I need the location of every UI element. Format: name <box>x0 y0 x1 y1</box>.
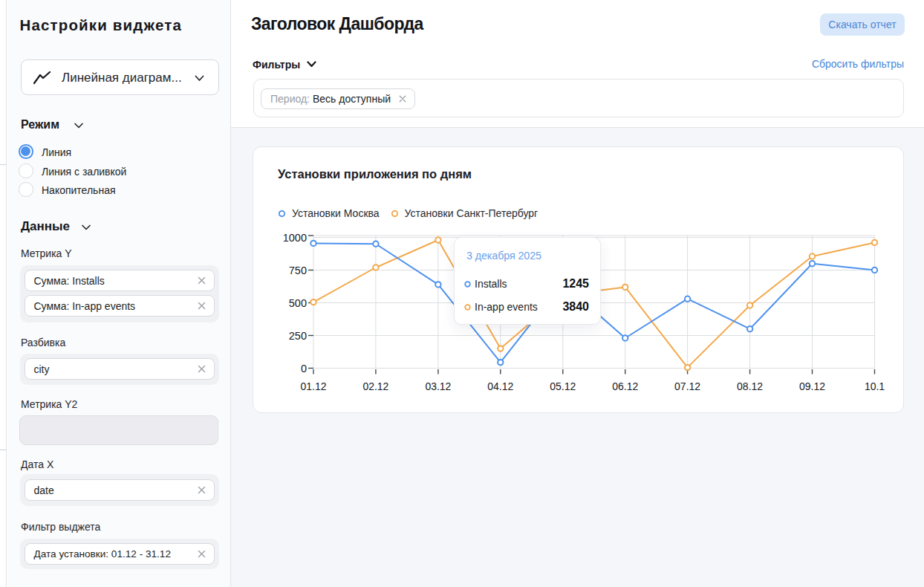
svg-text:0: 0 <box>301 363 307 374</box>
svg-text:01.12: 01.12 <box>300 380 326 392</box>
svg-text:08.12: 08.12 <box>737 380 763 392</box>
svg-text:06.12: 06.12 <box>612 380 638 392</box>
svg-text:750: 750 <box>289 265 307 276</box>
svg-text:500: 500 <box>289 297 307 309</box>
svg-text:1000: 1000 <box>283 232 307 244</box>
svg-text:07.12: 07.12 <box>674 380 700 392</box>
svg-text:03.12: 03.12 <box>425 380 451 392</box>
svg-text:04.12: 04.12 <box>487 380 513 392</box>
svg-text:250: 250 <box>289 330 307 342</box>
svg-text:05.12: 05.12 <box>550 380 576 392</box>
svg-text:02.12: 02.12 <box>362 380 388 392</box>
svg-text:10.1: 10.1 <box>865 380 885 392</box>
svg-text:09.12: 09.12 <box>799 380 825 392</box>
